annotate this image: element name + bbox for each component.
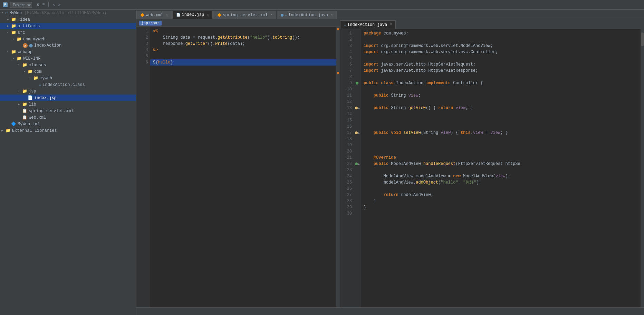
tree-ext-libs[interactable]: ▶ 📁 External Libraries: [0, 127, 136, 134]
editor-right: ☕ IndexAction.java × 1 2 3 4 5 6 7: [340, 19, 644, 307]
ext-libs-label: External Libraries: [12, 128, 57, 133]
tree-web-inf[interactable]: ▾ 📁 WEB-INF: [0, 55, 136, 62]
web-inf-label: WEB-INF: [23, 56, 40, 61]
tree-com[interactable]: ▾ 📁 com: [0, 68, 136, 75]
rline-21: @Override: [364, 155, 396, 160]
indexjsp-label: index.jsp: [34, 96, 57, 100]
com-myweb-arrow: ▾: [12, 37, 17, 41]
jsp-folder-icon: 📁: [22, 89, 27, 94]
indexaction-left-dot: [281, 14, 283, 17]
menu-icon[interactable]: ≡: [41, 1, 45, 8]
tab-indexaction-right[interactable]: ☕ IndexAction.java ×: [340, 20, 396, 29]
rline-22: public ModelAndView handleRequest(HttpSe…: [364, 161, 520, 166]
web-inf-arrow: ▾: [12, 57, 17, 60]
webapp-icon: 📁: [11, 49, 16, 55]
indexaction-class-label: IndexAction.class: [42, 82, 85, 87]
breadcrumb-jsproot: jsp:root: [139, 21, 162, 26]
idea-folder-icon: 📁: [11, 17, 16, 22]
title-bar-left: P Project ⚙ ≡ | ◁ ▷: [3, 1, 61, 8]
tab-web-xml[interactable]: 🔶 web.xml ×: [136, 11, 172, 19]
myweb2-icon: 📁: [33, 76, 38, 81]
web-inf-icon: 📁: [17, 56, 22, 61]
status-bar: [136, 307, 644, 315]
tree-jsp[interactable]: ▾ 📁 jsp: [0, 88, 136, 95]
rline-11: public String view;: [364, 93, 421, 98]
rline-17: public void setView(String view) { this.…: [364, 130, 508, 135]
tree-index-jsp[interactable]: 📄 index.jsp: [0, 95, 136, 101]
left-line-3: response.getWriter().write(data);: [153, 41, 245, 46]
tree-idea[interactable]: ▶ 📁 .idea: [0, 16, 136, 23]
tree-indexaction[interactable]: A ⬤ IndexAction: [0, 42, 136, 49]
collapse-icon[interactable]: ◁: [52, 1, 56, 8]
right-scrollbar-thumb: [641, 32, 644, 46]
tab-index-jsp[interactable]: 📄 index.jsp ×: [172, 11, 213, 19]
tree-spring-servlet[interactable]: 📋 spring-servlet.xml: [0, 108, 136, 114]
rline-27: return modelAndView;: [364, 193, 433, 197]
iml-icon: 🔷: [11, 121, 16, 127]
tree-root[interactable]: ▾ ◻ MyWeb (E:\WorkSpace\IntelliJIDEA\MyW…: [0, 10, 136, 16]
jsp-arrow: ▾: [18, 89, 22, 93]
indexaction-label: IndexAction: [34, 43, 61, 48]
webxml-icon: 📋: [22, 115, 27, 120]
rline-4: import org.springframework.web.servlet.m…: [364, 50, 498, 55]
classes-arrow: ▾: [18, 63, 22, 67]
rline-1: package com.myweb;: [364, 31, 408, 36]
left-line-4: %>: [153, 48, 158, 52]
tab-indexaction-left[interactable]: ☕ IndexAction.java ×: [277, 11, 337, 19]
right-editor-tabs: ☕ IndexAction.java ×: [340, 19, 644, 29]
src-label: src: [18, 30, 25, 35]
class-file-icon: ☕: [39, 82, 41, 87]
src-folder-icon: 📁: [11, 30, 16, 35]
rline-13: public String getView() { return view; }: [364, 106, 473, 110]
right-scrollbar[interactable]: [641, 29, 644, 307]
tab-indexaction-left-close[interactable]: ×: [331, 13, 333, 17]
artifacts-arrow: ▶: [7, 24, 11, 28]
rline-6: import javax.servlet.http.HttpServletReq…: [364, 62, 475, 67]
artifacts-label: artifacts: [18, 24, 40, 29]
left-code-content[interactable]: <% String data = request.getAttribute("h…: [150, 27, 336, 307]
getter-gutter-icon: [355, 107, 358, 109]
left-code-editor[interactable]: 1 2 3 4 5 6 <% String data = request.get…: [136, 27, 340, 307]
title-bar: P Project ⚙ ≡ | ◁ ▷: [0, 0, 644, 10]
jsp-label: jsp: [29, 89, 36, 94]
tab-index-jsp-close[interactable]: ×: [207, 13, 209, 17]
tree-myweb2[interactable]: ▾ 📁 myweb: [0, 75, 136, 81]
tree-classes[interactable]: ▾ 📁 classes: [0, 62, 136, 68]
project-dropdown[interactable]: Project: [10, 2, 32, 8]
expand-icon[interactable]: ▷: [57, 1, 61, 8]
left-line-2: String data = request.getAttribute("hell…: [153, 35, 300, 40]
left-scroll-marker: [337, 28, 339, 30]
rline-9: public class IndexAction implements Cont…: [364, 81, 483, 86]
right-code-content[interactable]: package com.myweb; import org.springfram…: [361, 29, 641, 307]
left-scrollbar[interactable]: [336, 27, 340, 307]
rline-24: ModelAndView modelAndView = new ModelAnd…: [364, 174, 510, 179]
tab-indexaction-right-close[interactable]: ×: [390, 23, 392, 27]
tree-artifacts[interactable]: ▶ 📁 artifacts: [0, 23, 136, 29]
tab-spring-servlet[interactable]: 🔶 spring-servlet.xml ×: [213, 11, 276, 19]
tree-myweb-iml[interactable]: 🔷 MyWeb.iml: [0, 121, 136, 127]
com-myweb-label: com.myweb: [23, 37, 46, 42]
tab-indexaction-left-label: IndexAction.java: [288, 13, 328, 18]
tab-spring-servlet-label: spring-servlet.xml: [223, 13, 268, 18]
handlerequest-gutter-icon: [355, 163, 358, 165]
tree-indexaction-class[interactable]: ☕ IndexAction.class: [0, 81, 136, 88]
editor-left: jsp:root 1 2 3 4 5 6 <% String data = re…: [136, 19, 340, 307]
ext-libs-icon: 📁: [6, 128, 11, 133]
project-icon: P: [3, 2, 8, 7]
lib-icon: 📁: [22, 102, 27, 107]
tree-web-xml[interactable]: 📋 web.xml: [0, 114, 136, 121]
settings-icon[interactable]: ⚙: [36, 1, 40, 8]
tree-com-myweb[interactable]: ▾ 📁 com.myweb: [0, 36, 136, 42]
rline-3: import org.springframework.web.servlet.M…: [364, 43, 493, 48]
tab-spring-servlet-close[interactable]: ×: [270, 13, 272, 17]
indexaction-badge: A: [23, 43, 28, 48]
src-arrow: ▾: [7, 31, 11, 35]
right-code-editor[interactable]: 1 2 3 4 5 6 7 8 9 10 11 12 13 14: [340, 29, 644, 307]
tab-web-xml-close[interactable]: ×: [166, 13, 168, 17]
tree-lib[interactable]: ▶ 📁 lib: [0, 101, 136, 108]
lib-label: lib: [29, 102, 36, 107]
rline-28: }: [364, 199, 376, 204]
tree-src[interactable]: ▾ 📁 src: [0, 29, 136, 36]
indexaction-icon: ⬤: [29, 43, 33, 48]
tree-webapp[interactable]: ▾ 📁 webapp: [0, 49, 136, 55]
